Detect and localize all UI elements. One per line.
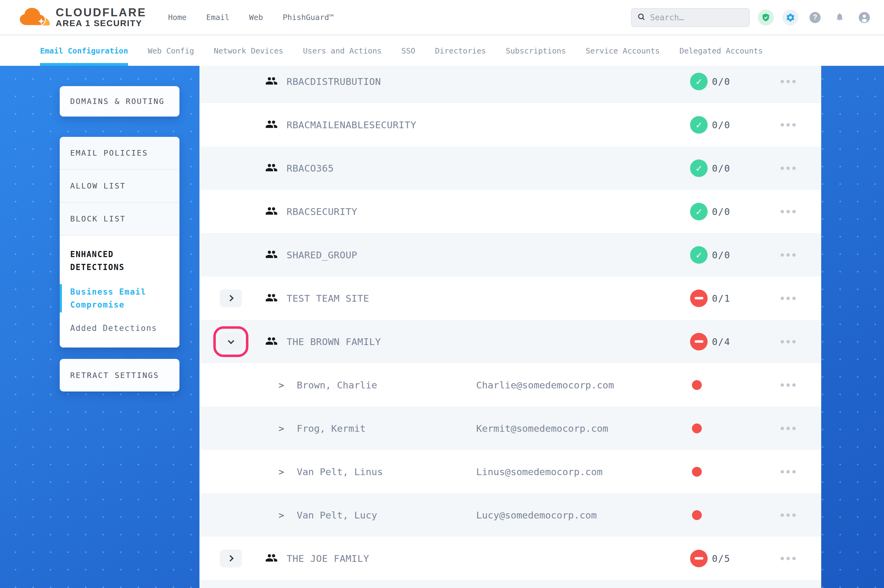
group-name: THE BROWN FAMILY	[287, 336, 381, 347]
tab-email-configuration[interactable]: Email Configuration	[40, 36, 128, 66]
tab-users-and-actions[interactable]: Users and Actions	[303, 36, 382, 66]
group-row: RBACMAILENABLESECURITY 0/0	[200, 103, 821, 146]
tab-network-devices[interactable]: Network Devices	[214, 36, 284, 66]
member-row: > Brown, Charlie Charlie@somedemocorp.co…	[200, 363, 821, 406]
group-row: THE JOE FAMILY 0/5	[200, 537, 821, 580]
sidebar-item-domains-routing[interactable]: DOMAINS & ROUTING	[60, 86, 179, 117]
row-actions-menu-button[interactable]	[779, 207, 797, 216]
row-actions-menu-button[interactable]	[779, 76, 797, 86]
status-badge	[690, 549, 708, 567]
sidebar-item-retract-settings[interactable]: RETRACT SETTINGS	[60, 359, 179, 392]
nav-phishguard[interactable]: PhishGuard™	[283, 13, 334, 22]
row-actions-menu-button[interactable]	[779, 293, 797, 303]
member-name: Van Pelt, Lucy	[297, 510, 377, 520]
content-panel: RBACDISTRUBUTION 0/0 RBACMAILENABLESECUR…	[200, 66, 821, 588]
chevron-icon	[227, 338, 234, 344]
brand-name: CLOUDFLARE	[56, 7, 146, 19]
bell-icon	[835, 12, 844, 23]
group-name: THE JOE FAMILY	[287, 553, 369, 564]
settings-button[interactable]	[782, 9, 799, 26]
group-row: TEST TEAM SITE 0/1	[200, 276, 821, 320]
group-name: TEST TEAM SITE	[287, 293, 369, 304]
shield-check-icon	[758, 9, 774, 26]
expand-button[interactable]	[220, 549, 242, 567]
row-actions-menu-button[interactable]	[779, 423, 797, 433]
group-people-icon	[265, 162, 278, 174]
tab-web-config[interactable]: Web Config	[148, 36, 194, 66]
row-actions-menu-button[interactable]	[779, 163, 797, 173]
expand-button[interactable]	[220, 290, 242, 307]
member-chevron-icon[interactable]: >	[278, 466, 284, 477]
member-chevron-icon[interactable]: >	[278, 380, 284, 390]
security-shield-button[interactable]	[757, 9, 774, 26]
search-box[interactable]	[631, 8, 750, 27]
nav-home[interactable]: Home	[168, 13, 186, 22]
member-row: > Van Pelt, Linus Linus@somedemocorp.com	[200, 450, 821, 493]
nav-email[interactable]: Email	[206, 13, 229, 22]
row-actions-menu-button[interactable]	[779, 467, 797, 476]
group-count: 0/1	[712, 293, 731, 303]
tab-subscriptions[interactable]: Subscriptions	[506, 36, 566, 66]
cloudflare-brand[interactable]: CLOUDFLARE AREA 1 SECURITY	[17, 6, 146, 29]
cloudflare-logo-icon	[17, 6, 51, 29]
nav-web[interactable]: Web	[249, 13, 263, 22]
member-row: > Frog, Kermit Kermit@somedemocorp.com	[200, 406, 821, 450]
group-row: RBACSECURITY 0/0	[200, 190, 821, 233]
sidebar-item-allow-list[interactable]: ALLOW LIST	[60, 170, 179, 202]
sidebar-item-added-detections[interactable]: Added Detections	[70, 322, 169, 334]
member-name: Van Pelt, Linus	[297, 466, 383, 477]
gear-icon	[782, 9, 798, 26]
status-badge	[690, 333, 708, 350]
status-badge	[690, 290, 708, 307]
group-row: RBACO365 0/0	[200, 146, 821, 190]
tab-sso[interactable]: SSO	[401, 36, 415, 66]
tab-service-accounts[interactable]: Service Accounts	[586, 36, 660, 66]
sidebar-item-business-email-compromise[interactable]: Business Email Compromise	[70, 285, 169, 311]
row-actions-menu-button[interactable]	[779, 554, 797, 563]
group-people-icon	[265, 336, 278, 348]
member-email: Linus@somedemocorp.com	[476, 466, 603, 477]
status-badge	[690, 159, 708, 177]
group-row: SHARED_GROUP 0/0	[200, 233, 821, 276]
row-actions-menu-button[interactable]	[779, 380, 797, 390]
sidebar-item-block-list[interactable]: BLOCK LIST	[60, 202, 179, 236]
group-count: 0/0	[712, 76, 731, 87]
status-badge	[690, 202, 708, 220]
group-name: RBACO365	[287, 163, 334, 174]
notifications-button[interactable]	[831, 9, 848, 26]
search-input[interactable]	[650, 13, 744, 22]
group-count: 0/5	[712, 553, 731, 564]
group-name: RBACSECURITY	[287, 206, 357, 217]
chevron-icon	[227, 295, 233, 302]
search-icon	[637, 13, 646, 22]
group-people-icon	[265, 119, 278, 131]
row-actions-menu-button[interactable]	[779, 510, 797, 520]
group-people-icon	[265, 206, 278, 218]
group-count: 0/0	[712, 163, 731, 174]
group-count: 0/0	[712, 206, 731, 217]
user-avatar-icon	[859, 12, 870, 23]
enhanced-detections-heading: ENHANCED DETECTIONS	[70, 248, 169, 274]
section-tabs: Email Configuration Web Config Network D…	[0, 36, 884, 66]
account-button[interactable]	[856, 9, 873, 26]
top-header: CLOUDFLARE AREA 1 SECURITY Home Email We…	[0, 0, 884, 35]
member-status-dot	[692, 423, 702, 433]
tab-directories[interactable]: Directories	[435, 36, 486, 66]
row-actions-menu-button[interactable]	[779, 250, 797, 260]
primary-nav: Home Email Web PhishGuard™	[168, 13, 334, 22]
tab-delegated-accounts[interactable]: Delegated Accounts	[679, 36, 763, 66]
question-mark-icon: ?	[809, 12, 821, 23]
member-chevron-icon[interactable]: >	[278, 423, 284, 434]
sidebar-policies-card: EMAIL POLICIES ALLOW LIST BLOCK LIST ENH…	[60, 137, 179, 348]
member-chevron-icon[interactable]: >	[278, 510, 284, 520]
header-controls: ?	[631, 8, 873, 27]
help-button[interactable]: ?	[806, 9, 824, 26]
row-actions-menu-button[interactable]	[779, 120, 797, 129]
row-actions-menu-button[interactable]	[779, 337, 797, 346]
member-status-dot	[692, 510, 702, 520]
sidebar-item-email-policies[interactable]: EMAIL POLICIES	[60, 137, 179, 170]
group-people-icon	[265, 249, 278, 261]
member-email: Kermit@somedemocorp.com	[476, 423, 608, 434]
expand-button[interactable]	[220, 333, 242, 351]
page: CLOUDFLARE AREA 1 SECURITY Home Email We…	[0, 0, 884, 588]
